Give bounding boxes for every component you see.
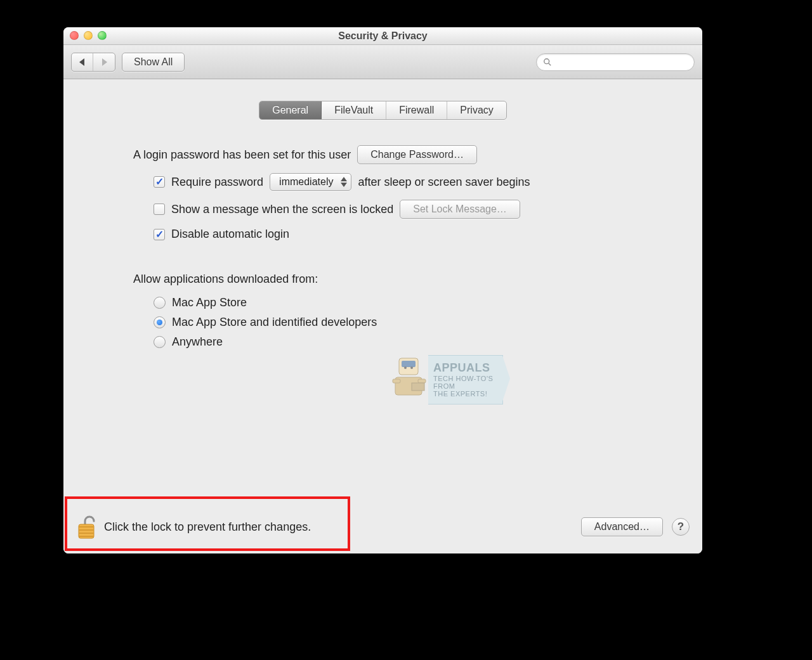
forward-button[interactable] <box>93 53 115 71</box>
search-field[interactable] <box>536 53 695 71</box>
set-lock-message-button[interactable]: Set Lock Message… <box>400 200 520 219</box>
show-all-button[interactable]: Show All <box>122 53 185 72</box>
radio-mas-label: Mac App Store <box>172 296 247 309</box>
require-password-delay-value: immediately <box>279 176 333 188</box>
advanced-label: Advanced… <box>594 521 650 533</box>
nav-segment <box>71 53 115 72</box>
back-button[interactable] <box>72 53 93 71</box>
svg-rect-11 <box>79 526 94 527</box>
change-password-button[interactable]: Change Password… <box>357 145 477 164</box>
radio-anywhere-label: Anywhere <box>172 335 223 349</box>
footer-right: Advanced… ? <box>581 517 690 536</box>
require-password-row: Require password immediately after sleep… <box>133 173 632 191</box>
require-password-label: Require password <box>171 176 263 189</box>
cartoon-icon <box>390 355 428 399</box>
show-message-checkbox[interactable] <box>154 204 165 215</box>
login-password-row: A login password has been set for this u… <box>133 145 632 164</box>
svg-rect-7 <box>393 379 400 383</box>
svg-line-1 <box>549 63 551 65</box>
tab-general[interactable]: General <box>259 101 322 119</box>
security-privacy-window: Security & Privacy Show All Genera <box>63 27 702 553</box>
set-lock-message-label: Set Lock Message… <box>413 204 507 215</box>
zoom-window-button[interactable] <box>98 31 107 40</box>
svg-rect-14 <box>79 536 94 537</box>
radio-mac-app-store[interactable] <box>154 297 166 309</box>
radio-row-mas-id: Mac App Store and identified developers <box>154 316 632 329</box>
watermark-banner: APPUALS TECH HOW-TO'S FROM THE EXPERTS! <box>428 355 503 404</box>
disable-auto-login-row: Disable automatic login <box>133 228 632 241</box>
login-password-text: A login password has been set for this u… <box>133 148 351 162</box>
toolbar: Show All <box>63 45 702 79</box>
triangle-right-icon <box>101 58 107 66</box>
radio-mas-id-label: Mac App Store and identified developers <box>172 316 377 329</box>
search-input[interactable] <box>556 56 688 68</box>
radio-mac-app-store-identified[interactable] <box>154 316 166 328</box>
help-button[interactable]: ? <box>672 518 690 536</box>
lock-text: Click the lock to prevent further change… <box>104 521 311 534</box>
traffic-lights <box>70 31 107 40</box>
close-window-button[interactable] <box>70 31 79 40</box>
svg-point-5 <box>404 366 407 369</box>
show-all-label: Show All <box>134 56 173 68</box>
advanced-button[interactable]: Advanced… <box>581 517 663 536</box>
lock-area[interactable]: Click the lock to prevent further change… <box>76 514 311 540</box>
svg-rect-8 <box>418 379 426 383</box>
require-password-delay-popup[interactable]: immediately <box>270 173 351 191</box>
search-icon <box>543 58 552 67</box>
radio-row-anywhere: Anywhere <box>154 335 632 349</box>
svg-rect-4 <box>402 361 416 367</box>
svg-rect-12 <box>79 529 94 531</box>
watermark-tagline1: TECH HOW-TO'S FROM <box>433 375 497 390</box>
footer: Click the lock to prevent further change… <box>63 500 702 553</box>
disable-auto-login-label: Disable automatic login <box>171 228 289 241</box>
svg-rect-13 <box>79 533 94 534</box>
disable-auto-login-checkbox[interactable] <box>154 229 165 240</box>
updown-icon <box>341 176 347 188</box>
require-password-checkbox[interactable] <box>154 176 165 188</box>
general-pane: A login password has been set for this u… <box>63 120 702 349</box>
gatekeeper-radio-group: Mac App Store Mac App Store and identifi… <box>133 296 632 349</box>
show-message-row: Show a message when the screen is locked… <box>133 200 632 219</box>
body: General FileVault Firewall Privacy A log… <box>63 79 702 553</box>
change-password-label: Change Password… <box>370 149 464 160</box>
svg-point-6 <box>410 366 413 369</box>
appuals-watermark: APPUALS TECH HOW-TO'S FROM THE EXPERTS! <box>390 355 503 404</box>
help-label: ? <box>678 521 684 533</box>
titlebar: Security & Privacy <box>63 27 702 45</box>
watermark-tagline2: THE EXPERTS! <box>433 390 497 398</box>
radio-anywhere[interactable] <box>154 336 166 348</box>
tab-firewall[interactable]: Firewall <box>386 101 447 119</box>
require-password-suffix: after sleep or screen saver begins <box>358 176 530 189</box>
tabs: General FileVault Firewall Privacy <box>63 101 702 120</box>
tab-privacy[interactable]: Privacy <box>447 101 506 119</box>
radio-row-mas: Mac App Store <box>154 296 632 309</box>
show-message-label: Show a message when the screen is locked <box>171 203 393 216</box>
unlocked-lock-icon <box>76 514 99 540</box>
minimize-window-button[interactable] <box>84 31 93 40</box>
tab-strip: General FileVault Firewall Privacy <box>259 101 507 120</box>
watermark-brand: APPUALS <box>433 362 497 373</box>
triangle-left-icon <box>79 58 86 66</box>
tab-filevault[interactable]: FileVault <box>322 101 386 119</box>
svg-rect-9 <box>412 383 424 391</box>
allow-apps-title: Allow applications downloaded from: <box>133 273 632 286</box>
svg-point-0 <box>544 58 549 63</box>
window-title: Security & Privacy <box>338 30 428 41</box>
